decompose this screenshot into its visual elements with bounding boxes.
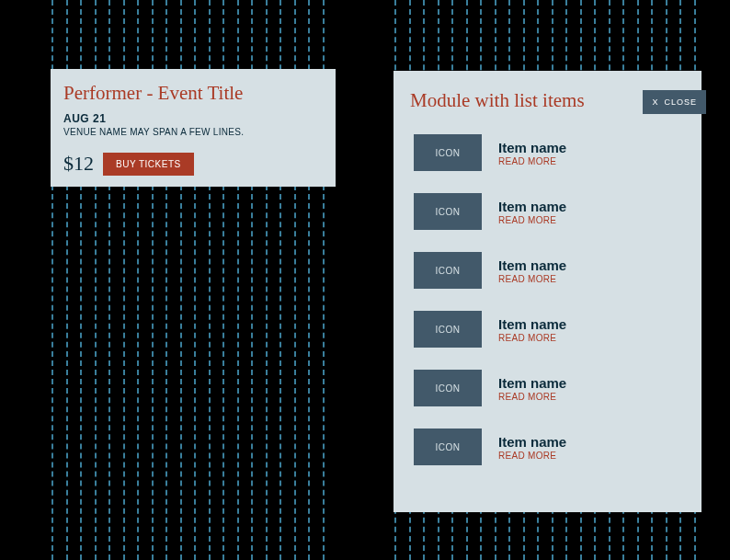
item-name: Item name: [498, 140, 566, 155]
close-label: CLOSE: [664, 97, 697, 107]
module-list: ICONItem nameREAD MOREICONItem nameREAD …: [410, 134, 685, 465]
read-more-link[interactable]: READ MORE: [498, 215, 566, 225]
item-text: Item nameREAD MORE: [498, 257, 566, 284]
item-name: Item name: [498, 257, 566, 273]
event-card: Performer - Event Title AUG 21 VENUE NAM…: [51, 69, 336, 187]
event-title: Performer - Event Title: [63, 82, 323, 105]
list-item: ICONItem nameREAD MORE: [414, 370, 685, 406]
placeholder-icon: ICON: [414, 429, 482, 465]
buy-tickets-button[interactable]: BUY TICKETS: [103, 153, 194, 176]
read-more-link[interactable]: READ MORE: [498, 156, 566, 166]
module-card: Module with list items ICONItem nameREAD…: [394, 71, 701, 512]
placeholder-icon: ICON: [414, 193, 482, 230]
item-text: Item nameREAD MORE: [498, 140, 566, 166]
item-text: Item nameREAD MORE: [498, 316, 566, 343]
item-text: Item nameREAD MORE: [498, 434, 566, 461]
read-more-link[interactable]: READ MORE: [498, 274, 566, 284]
list-item: ICONItem nameREAD MORE: [414, 311, 685, 348]
close-button[interactable]: X CLOSE: [643, 90, 706, 114]
event-date: AUG 21: [63, 112, 323, 125]
list-item: ICONItem nameREAD MORE: [414, 429, 685, 465]
item-name: Item name: [498, 434, 566, 450]
read-more-link[interactable]: READ MORE: [498, 451, 566, 461]
list-item: ICONItem nameREAD MORE: [414, 134, 685, 171]
price-row: $12 BUY TICKETS: [63, 152, 323, 176]
list-item: ICONItem nameREAD MORE: [414, 193, 685, 230]
item-text: Item nameREAD MORE: [498, 199, 566, 225]
event-venue: VENUE NAME MAY SPAN A FEW LINES.: [63, 127, 323, 137]
read-more-link[interactable]: READ MORE: [498, 333, 566, 343]
read-more-link[interactable]: READ MORE: [498, 392, 566, 402]
item-name: Item name: [498, 316, 566, 332]
item-text: Item nameREAD MORE: [498, 375, 566, 402]
event-price: $12: [63, 152, 94, 176]
list-item: ICONItem nameREAD MORE: [414, 252, 685, 289]
placeholder-icon: ICON: [414, 370, 482, 406]
placeholder-icon: ICON: [414, 311, 482, 348]
item-name: Item name: [498, 375, 566, 391]
placeholder-icon: ICON: [414, 134, 482, 171]
item-name: Item name: [498, 199, 566, 214]
placeholder-icon: ICON: [414, 252, 482, 289]
close-x-icon: X: [652, 97, 658, 107]
